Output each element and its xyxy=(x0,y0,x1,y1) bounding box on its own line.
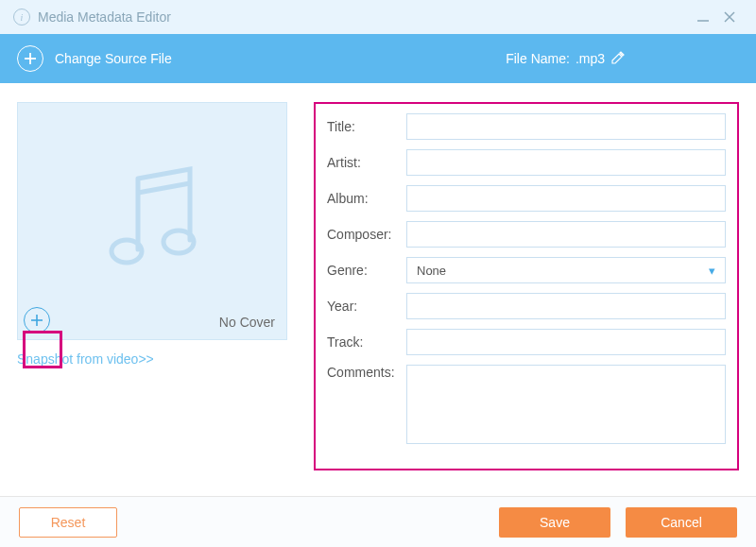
album-input[interactable] xyxy=(406,185,726,212)
album-label: Album: xyxy=(327,191,406,206)
titlebar: i Media Metadata Editor xyxy=(0,0,756,34)
file-name-value: .mp3 xyxy=(576,51,605,66)
artist-row: Artist: xyxy=(327,149,726,176)
comments-label: Comments: xyxy=(327,365,406,380)
minimize-button[interactable] xyxy=(690,9,716,25)
reset-button[interactable]: Reset xyxy=(19,507,117,538)
info-icon: i xyxy=(13,9,30,26)
main-content: No Cover Snapshot from video>> Title: Ar… xyxy=(0,83,756,480)
chevron-down-icon: ▾ xyxy=(709,264,715,278)
year-label: Year: xyxy=(327,299,406,314)
footer: Reset Save Cancel xyxy=(0,496,756,547)
genre-row: Genre: None ▾ xyxy=(327,257,726,283)
music-note-icon xyxy=(86,155,218,287)
composer-row: Composer: xyxy=(327,221,726,248)
year-input[interactable] xyxy=(406,293,726,319)
artist-label: Artist: xyxy=(327,155,406,170)
title-input[interactable] xyxy=(406,113,726,140)
close-button[interactable] xyxy=(716,9,743,25)
cover-art-box: No Cover xyxy=(17,102,287,340)
title-label: Title: xyxy=(327,119,406,134)
track-label: Track: xyxy=(327,334,406,350)
file-name-label: File Name: xyxy=(506,51,570,66)
title-row: Title: xyxy=(327,113,726,140)
genre-value: None xyxy=(417,264,446,278)
cancel-button[interactable]: Cancel xyxy=(626,507,737,538)
comments-input[interactable] xyxy=(406,365,726,444)
metadata-form: Title: Artist: Album: Composer: Genre: N… xyxy=(314,102,739,470)
save-button[interactable]: Save xyxy=(499,507,610,538)
edit-filename-icon[interactable] xyxy=(610,50,626,68)
composer-input[interactable] xyxy=(406,221,726,248)
change-source-plus-icon[interactable] xyxy=(17,45,43,72)
no-cover-label: No Cover xyxy=(219,315,275,330)
track-row: Track: xyxy=(327,329,726,355)
snapshot-from-video-link[interactable]: Snapshot from video>> xyxy=(17,351,154,367)
genre-select[interactable]: None ▾ xyxy=(406,257,726,283)
track-input[interactable] xyxy=(406,329,726,355)
artist-input[interactable] xyxy=(406,149,726,176)
cover-column: No Cover Snapshot from video>> xyxy=(17,102,291,470)
file-name-display: File Name: .mp3 xyxy=(506,50,626,68)
year-row: Year: xyxy=(327,293,726,319)
album-row: Album: xyxy=(327,185,726,212)
composer-label: Composer: xyxy=(327,227,406,242)
add-cover-button[interactable] xyxy=(24,307,50,333)
genre-label: Genre: xyxy=(327,263,406,278)
app-title: Media Metadata Editor xyxy=(38,9,171,25)
comments-row: Comments: xyxy=(327,365,726,444)
toolbar: Change Source File File Name: .mp3 xyxy=(0,34,756,83)
change-source-button[interactable]: Change Source File xyxy=(55,51,172,66)
